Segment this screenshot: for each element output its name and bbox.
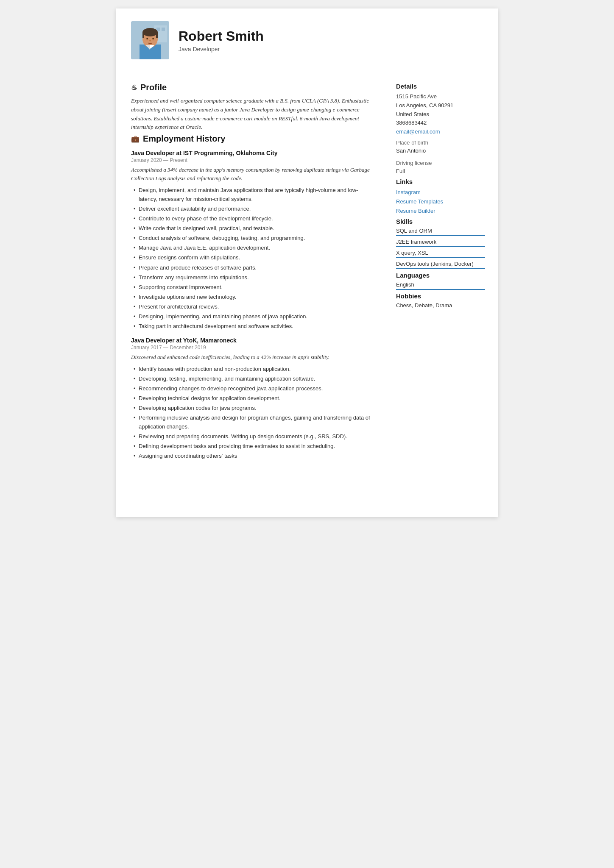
skill-2: J2EE framework — [396, 239, 485, 247]
candidate-name: Robert Smith — [179, 28, 264, 44]
place-of-birth-label: Place of birth — [396, 139, 485, 146]
svg-point-12 — [153, 38, 154, 39]
place-of-birth-value: San Antonio — [396, 147, 485, 156]
svg-rect-8 — [156, 32, 158, 38]
list-item: Ensure designs conform with stipulations… — [131, 253, 373, 262]
list-item: Transform any requirements into stipulat… — [131, 273, 373, 282]
lang-1-name: English — [396, 281, 485, 288]
list-item: Developing application codes for java pr… — [131, 404, 373, 412]
details-section: Details 1515 Pacific Ave Los Angeles, CA… — [396, 83, 485, 176]
hobbies-section: Hobbies Chess, Debate, Drama — [396, 292, 485, 309]
list-item: Developing, testing, implementing, and m… — [131, 375, 373, 383]
profile-section-title: ♨ Profile — [131, 83, 373, 92]
links-section: Links Instagram Resume Templates Resume … — [396, 178, 485, 216]
job-2-title: Java Developer at YtoK, Mamaroneck — [131, 337, 373, 344]
link-resume-builder[interactable]: Resume Builder — [396, 206, 485, 216]
lang-1-bar — [396, 289, 485, 290]
email-link[interactable]: email@email.com — [396, 128, 440, 135]
profile-section: ♨ Profile Experienced and well-organized… — [131, 83, 373, 132]
list-item: Assigning and coordinating others' tasks — [131, 452, 373, 460]
hobbies-text: Chess, Debate, Drama — [396, 302, 485, 309]
list-item: Identify issues with production and non-… — [131, 365, 373, 373]
hobbies-title: Hobbies — [396, 292, 485, 300]
skill-1-name: SQL and ORM — [396, 228, 485, 234]
phone: 3868683442 — [396, 119, 485, 128]
skill-4-name: DevOps tools (Jenkins, Docker) — [396, 261, 485, 267]
address-line2: Los Angeles, CA 90291 — [396, 101, 485, 110]
job-2-summary: Discovered and enhanced code inefficienc… — [131, 353, 373, 362]
list-item: Conduct analysis of software, debugging,… — [131, 234, 373, 242]
list-item: Taking part in architectural development… — [131, 322, 373, 331]
skill-3: X query, XSL — [396, 250, 485, 258]
list-item: Manage Java and Java E.E. application de… — [131, 244, 373, 252]
job-2-list: Identify issues with production and non-… — [131, 365, 373, 460]
employment-icon: 💼 — [131, 135, 140, 143]
list-item: Defining development tasks and providing… — [131, 442, 373, 451]
skill-1: SQL and ORM — [396, 228, 485, 236]
list-item: Design, implement, and maintain Java app… — [131, 186, 373, 203]
svg-rect-3 — [162, 28, 165, 31]
job-1-date: January 2020 — Present — [131, 157, 373, 163]
list-item: Contribute to every phase of the develop… — [131, 214, 373, 223]
link-resume-templates[interactable]: Resume Templates — [396, 197, 485, 206]
list-item: Deliver excellent availability and perfo… — [131, 205, 373, 213]
skill-3-name: X query, XSL — [396, 250, 485, 256]
job-2-date: January 2017 — December 2019 — [131, 345, 373, 351]
skill-4: DevOps tools (Jenkins, Docker) — [396, 261, 485, 269]
job-1-title: Java Developer at IST Programming, Oklah… — [131, 150, 373, 156]
resume-container: Robert Smith Java Developer ♨ Profile Ex… — [116, 8, 498, 517]
languages-section: Languages English — [396, 272, 485, 290]
list-item: Prepare and produce releases of software… — [131, 264, 373, 272]
details-title: Details — [396, 83, 485, 90]
list-item: Investigate options and new technology. — [131, 293, 373, 301]
list-item: Supporting constant improvement. — [131, 283, 373, 292]
resume-header: Robert Smith Java Developer — [116, 8, 498, 70]
skills-section: Skills SQL and ORM J2EE framework X quer… — [396, 218, 485, 269]
job-1-list: Design, implement, and maintain Java app… — [131, 186, 373, 331]
svg-point-13 — [149, 40, 151, 42]
employment-section: 💼 Employment History Java Developer at I… — [131, 134, 373, 460]
employment-section-title: 💼 Employment History — [131, 134, 373, 144]
skill-4-bar — [396, 268, 485, 269]
skill-2-bar — [396, 246, 485, 247]
avatar — [131, 21, 169, 59]
candidate-title: Java Developer — [179, 46, 264, 53]
skill-3-bar — [396, 257, 485, 258]
driving-license-value: Full — [396, 167, 485, 176]
profile-text: Experienced and well-organized computer … — [131, 97, 373, 132]
list-item: Developing technical designs for applica… — [131, 394, 373, 403]
left-column: ♨ Profile Experienced and well-organized… — [116, 74, 388, 513]
driving-license-label: Driving license — [396, 160, 485, 166]
skills-title: Skills — [396, 218, 485, 225]
list-item: Reviewing and preparing documents. Writi… — [131, 432, 373, 441]
header-info: Robert Smith Java Developer — [179, 28, 264, 53]
link-instagram[interactable]: Instagram — [396, 188, 485, 197]
svg-rect-7 — [142, 32, 144, 38]
list-item: Present for architectural reviews. — [131, 303, 373, 311]
list-item: Performing inclusive analysis and design… — [131, 414, 373, 431]
svg-point-6 — [142, 28, 158, 36]
right-column: Details 1515 Pacific Ave Los Angeles, CA… — [388, 74, 498, 513]
links-title: Links — [396, 178, 485, 185]
main-content: ♨ Profile Experienced and well-organized… — [116, 70, 498, 517]
list-item: Write code that is designed well, practi… — [131, 224, 373, 233]
list-item: Designing, implementing, and maintaining… — [131, 312, 373, 321]
languages-title: Languages — [396, 272, 485, 279]
job-1: Java Developer at IST Programming, Oklah… — [131, 150, 373, 331]
skill-1-bar — [396, 235, 485, 236]
list-item: Recommending changes to develop recogniz… — [131, 384, 373, 393]
svg-point-11 — [147, 38, 148, 39]
profile-icon: ♨ — [131, 83, 137, 92]
job-1-summary: Accomplished a 34% decrease in the app's… — [131, 166, 373, 183]
skill-2-name: J2EE framework — [396, 239, 485, 245]
lang-1: English — [396, 281, 485, 290]
job-2: Java Developer at YtoK, Mamaroneck Janua… — [131, 337, 373, 461]
address-line1: 1515 Pacific Ave — [396, 92, 485, 101]
address-line3: United States — [396, 110, 485, 119]
